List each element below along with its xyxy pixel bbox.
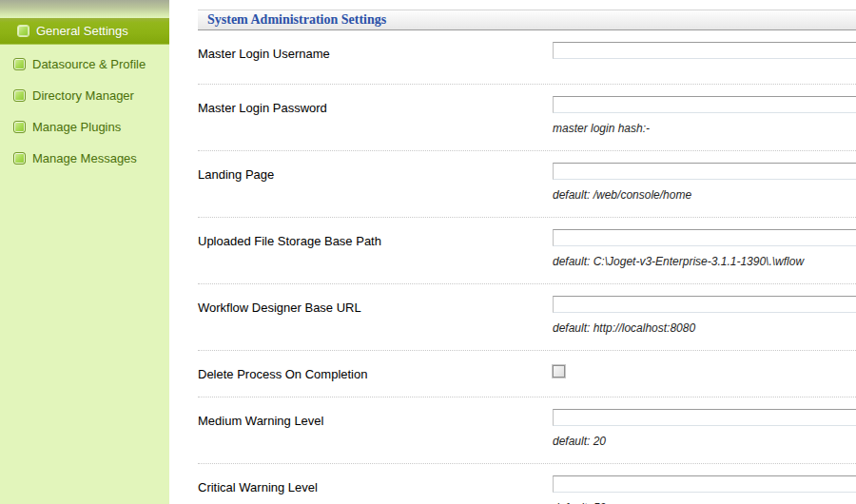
sidebar-item-general-settings[interactable]: General Settings: [0, 18, 169, 45]
master-login-password-input[interactable]: [553, 96, 856, 113]
menu-square-icon: [13, 58, 26, 70]
workflow-designer-base-url-hint: default: http://localhost:8080: [553, 321, 856, 335]
form-row-critical-warning-level: Critical Warning Level default: 50: [198, 464, 856, 504]
sidebar-item-directory-manager[interactable]: Directory Manager: [0, 87, 169, 104]
field-control: master login hash:-: [553, 96, 856, 135]
settings-sidebar: General Settings Datasource & Profile Di…: [0, 0, 169, 504]
delete-process-on-completion-checkbox[interactable]: [553, 365, 565, 378]
medium-warning-level-input[interactable]: [553, 409, 856, 426]
sidebar-item-manage-plugins[interactable]: Manage Plugins: [0, 119, 169, 135]
panel-header: System Administration Settings: [198, 10, 856, 30]
master-login-username-input[interactable]: [553, 42, 856, 59]
sidebar-item-manage-messages[interactable]: Manage Messages: [0, 150, 169, 166]
field-label: Critical Warning Level: [198, 475, 553, 494]
master-login-password-hint: master login hash:-: [553, 122, 856, 135]
sidebar-item-label: Datasource & Profile: [32, 57, 146, 71]
form-row-workflow-designer-base-url: Workflow Designer Base URL default: http…: [198, 284, 856, 351]
menu-square-icon: [13, 121, 26, 133]
field-control: [553, 362, 856, 378]
form-row-landing-page: Landing Page default: /web/console/home: [198, 151, 856, 218]
field-control: default: /web/console/home: [553, 163, 856, 202]
form-row-master-login-username: Master Login Username: [198, 30, 856, 85]
sidebar-item-label: General Settings: [36, 24, 128, 38]
sidebar-top-gradient: [0, 0, 169, 18]
field-label: Master Login Password: [198, 96, 553, 115]
field-control: default: http://localhost:8080: [553, 296, 856, 335]
field-label: Master Login Username: [198, 42, 553, 61]
menu-square-icon: [13, 89, 26, 102]
field-label: Delete Process On Completion: [198, 362, 553, 381]
menu-square-icon: [13, 152, 26, 165]
settings-main-panel: System Administration Settings Master Lo…: [198, 0, 856, 504]
critical-warning-level-input[interactable]: [553, 475, 856, 493]
field-label: Uploaded File Storage Base Path: [198, 229, 553, 248]
page-title: System Administration Settings: [207, 12, 386, 28]
sidebar-item-label: Directory Manager: [32, 88, 134, 103]
landing-page-input[interactable]: [553, 163, 856, 180]
menu-square-icon: [17, 25, 29, 37]
form-row-master-login-password: Master Login Password master login hash:…: [198, 85, 856, 151]
uploaded-file-storage-base-path-hint: default: C:\Joget-v3-Enterprise-3.1.1-13…: [553, 255, 856, 268]
field-label: Workflow Designer Base URL: [198, 296, 553, 315]
field-control: default: C:\Joget-v3-Enterprise-3.1.1-13…: [553, 229, 856, 268]
sidebar-item-label: Manage Plugins: [32, 120, 121, 134]
landing-page-hint: default: /web/console/home: [553, 188, 856, 202]
workflow-designer-base-url-input[interactable]: [553, 296, 856, 313]
form-row-delete-process-on-completion: Delete Process On Completion: [198, 351, 856, 397]
sidebar-nav: General Settings Datasource & Profile Di…: [0, 18, 169, 166]
field-control: default: 50: [553, 475, 856, 504]
field-label: Landing Page: [198, 163, 553, 182]
form-row-medium-warning-level: Medium Warning Level default: 20: [198, 397, 856, 464]
field-label: Medium Warning Level: [198, 409, 553, 428]
settings-form: Master Login Username Master Login Passw…: [198, 30, 856, 504]
field-control: default: 20: [553, 409, 856, 448]
sidebar-item-datasource-profile[interactable]: Datasource & Profile: [0, 56, 169, 72]
field-control: [553, 42, 856, 59]
sidebar-item-label: Manage Messages: [32, 151, 137, 165]
uploaded-file-storage-base-path-input[interactable]: [553, 229, 856, 246]
form-row-uploaded-file-storage-base-path: Uploaded File Storage Base Path default:…: [198, 218, 856, 284]
medium-warning-level-hint: default: 20: [553, 435, 856, 448]
